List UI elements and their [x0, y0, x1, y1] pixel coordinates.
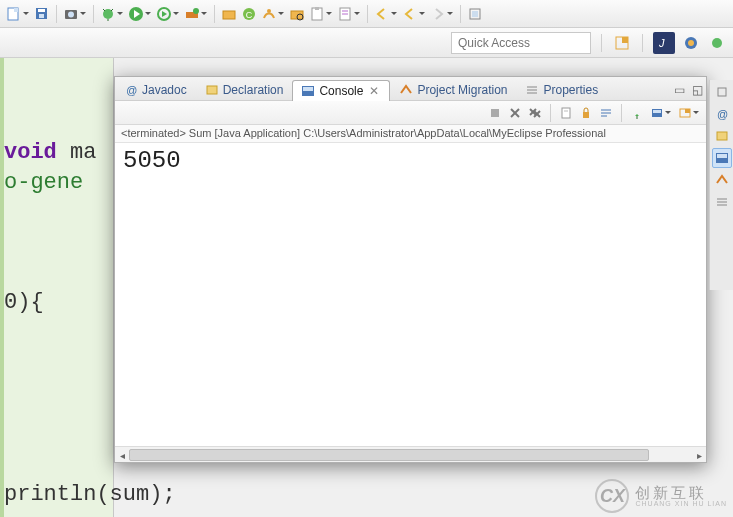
- chevron-down-icon: [446, 3, 454, 25]
- open-type-button[interactable]: [259, 3, 287, 25]
- restore-icon[interactable]: [712, 82, 732, 102]
- declaration-side-icon[interactable]: [712, 126, 732, 146]
- properties-side-icon[interactable]: [712, 192, 732, 212]
- scroll-thumb[interactable]: [129, 449, 649, 461]
- editor-code-fragment: void ma o-gene 0){: [4, 58, 113, 517]
- chevron-down-icon: [390, 3, 398, 25]
- svg-point-6: [68, 11, 74, 17]
- watermark-logo: CX: [595, 479, 629, 513]
- new-class-button[interactable]: C: [239, 3, 259, 25]
- run-last-button[interactable]: [154, 3, 182, 25]
- at-icon[interactable]: @: [712, 104, 732, 124]
- tab-project-migration[interactable]: Project Migration: [390, 79, 516, 100]
- console-status: <terminated> Sum [Java Application] C:\U…: [115, 125, 706, 143]
- watermark-text-cn: 创新互联: [635, 485, 727, 500]
- svg-rect-24: [315, 7, 319, 10]
- open-console-button[interactable]: [676, 102, 702, 124]
- svg-text:@: @: [126, 84, 137, 96]
- word-wrap-button[interactable]: [597, 102, 615, 124]
- properties-icon: [525, 83, 539, 97]
- svg-line-9: [111, 9, 113, 11]
- migration-icon: [399, 83, 413, 97]
- comment-text: o-gene: [4, 170, 83, 195]
- svg-point-34: [688, 40, 694, 46]
- chevron-down-icon: [200, 3, 208, 25]
- view-tabs: @ Javadoc Declaration Console ✕ Project …: [115, 77, 706, 101]
- remove-all-button[interactable]: [526, 102, 544, 124]
- toolbar-separator: [214, 5, 215, 23]
- back-history-button[interactable]: [400, 3, 428, 25]
- svg-rect-60: [685, 109, 690, 113]
- tab-declaration[interactable]: Declaration: [196, 79, 293, 100]
- clear-console-button[interactable]: [557, 102, 575, 124]
- svg-text:C: C: [246, 10, 253, 20]
- task-button[interactable]: [307, 3, 335, 25]
- scroll-lock-button[interactable]: [577, 102, 595, 124]
- debug-button[interactable]: [98, 3, 126, 25]
- watermark-text-py: CHUANG XIN HU LIAN: [635, 500, 727, 507]
- scroll-right-icon[interactable]: ▸: [692, 447, 706, 463]
- chevron-down-icon: [277, 3, 285, 25]
- back-button[interactable]: [372, 3, 400, 25]
- minimize-icon[interactable]: ▭: [670, 79, 688, 100]
- chevron-down-icon: [325, 3, 333, 25]
- display-selected-button[interactable]: [648, 102, 674, 124]
- tab-javadoc[interactable]: @ Javadoc: [115, 79, 196, 100]
- pin-console-button[interactable]: [628, 102, 646, 124]
- new-package-button[interactable]: [219, 3, 239, 25]
- chevron-down-icon: [79, 3, 87, 25]
- chevron-down-icon: [22, 3, 30, 25]
- console-icon: [301, 84, 315, 98]
- keyword: void: [4, 140, 57, 165]
- chevron-down-icon: [172, 3, 180, 25]
- declaration-icon: [205, 83, 219, 97]
- svg-point-35: [712, 38, 722, 48]
- perspective-debug-button[interactable]: [707, 32, 727, 54]
- save-all-button[interactable]: [32, 3, 52, 25]
- pin-editor-button[interactable]: [465, 3, 485, 25]
- svg-rect-52: [583, 112, 589, 118]
- open-perspective-button[interactable]: [612, 32, 632, 54]
- console-output[interactable]: 5050: [115, 143, 706, 446]
- tab-label: Javadoc: [142, 83, 187, 97]
- svg-point-20: [267, 9, 271, 13]
- new-menu-button[interactable]: [4, 3, 32, 25]
- tab-label: Console: [319, 84, 363, 98]
- terminate-relaunch-button[interactable]: [486, 102, 504, 124]
- main-toolbar: C: [0, 0, 733, 28]
- console-toolbar: [115, 101, 706, 125]
- tab-properties[interactable]: Properties: [516, 79, 607, 100]
- svg-text:@: @: [717, 108, 728, 120]
- svg-rect-65: [717, 154, 727, 158]
- forward-button[interactable]: [428, 3, 456, 25]
- svg-point-16: [193, 8, 199, 14]
- annotations-button[interactable]: [335, 3, 363, 25]
- chevron-down-icon: [418, 3, 426, 25]
- run-button[interactable]: [126, 3, 154, 25]
- close-icon[interactable]: ✕: [367, 84, 381, 98]
- search-package-button[interactable]: [287, 3, 307, 25]
- svg-rect-39: [303, 87, 313, 91]
- quick-access-input[interactable]: [451, 32, 591, 54]
- chevron-down-icon: [353, 3, 361, 25]
- screenshot-button[interactable]: [61, 3, 89, 25]
- migration-side-icon[interactable]: [712, 170, 732, 190]
- tab-console[interactable]: Console ✕: [292, 80, 390, 101]
- horizontal-scrollbar[interactable]: ◂ ▸: [115, 446, 706, 462]
- scroll-left-icon[interactable]: ◂: [115, 447, 129, 463]
- javadoc-icon: @: [124, 83, 138, 97]
- perspective-java-button[interactable]: J: [653, 32, 675, 54]
- svg-rect-1: [14, 8, 18, 12]
- svg-rect-31: [622, 37, 628, 43]
- svg-rect-37: [207, 86, 217, 94]
- svg-rect-17: [223, 11, 235, 19]
- perspective-myeclipse-button[interactable]: [681, 32, 701, 54]
- code-text: ma: [57, 140, 97, 165]
- remove-launch-button[interactable]: [506, 102, 524, 124]
- external-tools-button[interactable]: [182, 3, 210, 25]
- console-side-icon[interactable]: [712, 148, 732, 168]
- svg-rect-63: [717, 132, 727, 140]
- maximize-icon[interactable]: ◱: [688, 79, 706, 100]
- svg-rect-4: [39, 14, 44, 18]
- toolbar-separator: [642, 34, 643, 52]
